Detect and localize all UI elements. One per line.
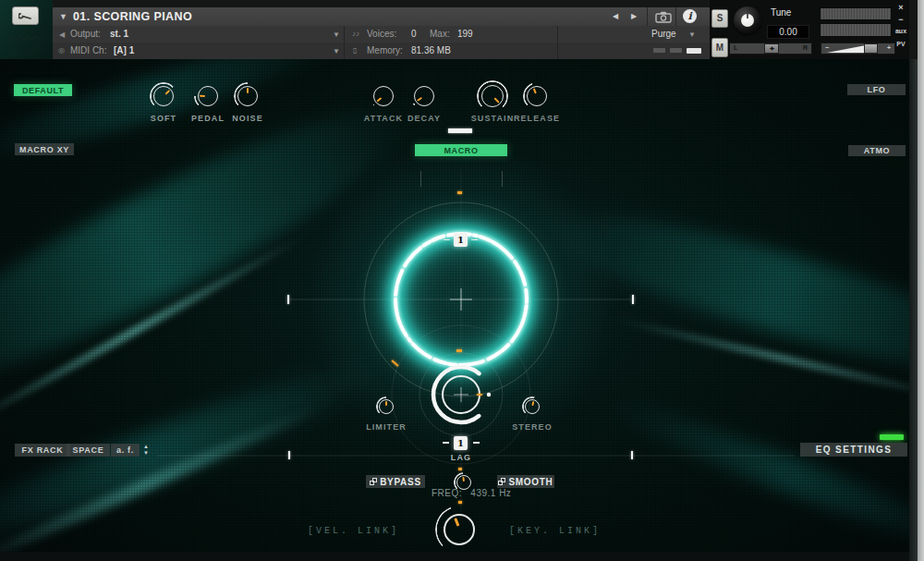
orange-marker — [456, 349, 462, 352]
separator — [675, 7, 676, 26]
snapshot-camera-button[interactable] — [655, 10, 672, 27]
freq-label: FREQ: — [432, 488, 462, 498]
space-step-up-icon[interactable]: ▲ — [143, 445, 149, 449]
freq-readout: FREQ: 439.1 Hz — [432, 488, 511, 498]
title-dropdown-icon[interactable]: ▼ — [59, 11, 67, 22]
separator — [344, 26, 345, 43]
key-link-toggle[interactable]: [KEY. LINK] — [509, 526, 601, 536]
lag-label: LAG — [429, 453, 493, 462]
space-button[interactable]: SPACE — [67, 444, 110, 457]
axis-tick — [632, 295, 634, 304]
volume-slider[interactable]: − + — [821, 43, 895, 55]
separator — [557, 26, 558, 43]
max-value: 199 — [457, 29, 473, 39]
space-step-down-icon[interactable]: ▼ — [143, 451, 149, 456]
aux-button[interactable]: aux — [893, 28, 909, 34]
macro-xy-button[interactable]: MACRO XY — [15, 143, 74, 155]
tune-knob[interactable] — [734, 6, 761, 34]
orange-marker — [477, 394, 482, 396]
separator — [557, 43, 558, 59]
volume-handle[interactable] — [864, 43, 878, 54]
stereo-knob[interactable] — [522, 396, 542, 417]
midi-value: [A] 1 — [114, 45, 134, 55]
guide-tick — [502, 171, 503, 187]
tune-value[interactable]: 0.00 — [767, 25, 809, 39]
axis-tick — [288, 451, 290, 459]
orange-marker — [457, 191, 462, 194]
next-instrument-icon[interactable]: ▶ — [631, 12, 637, 20]
close-icon[interactable]: × — [893, 3, 909, 12]
sustain-knob[interactable] — [477, 80, 508, 112]
pan-slider[interactable]: L R ◂|▸ — [729, 43, 812, 55]
guide-tick — [420, 171, 421, 187]
instrument-titlebar[interactable]: ▼ 01. SCORING PIANO ◀ ▶ i — [53, 7, 710, 27]
prev-instrument-icon[interactable]: ◀ — [613, 12, 618, 20]
xy-ring-handle[interactable]: 1 — [454, 233, 468, 247]
default-button[interactable]: DEFAULT — [14, 84, 72, 96]
limiter-knob[interactable] — [376, 396, 396, 417]
noise-knob[interactable] — [234, 82, 261, 110]
bypass-button[interactable]: BYPASS — [366, 475, 425, 488]
master-section: S M Tune 0.00 L R ◂|▸ − + × − au — [710, 0, 909, 59]
macro-knob[interactable] — [443, 367, 480, 422]
midi-dropdown-icon[interactable]: ▼ — [333, 47, 340, 55]
stereo-label: STEREO — [500, 422, 565, 432]
pv-button[interactable]: PV — [893, 41, 909, 47]
axis-tick — [631, 451, 633, 459]
lfo-button[interactable]: LFO — [847, 84, 906, 95]
view-size-large-button[interactable] — [687, 48, 701, 54]
output-row: ◀ Output: st. 1 ▼ ♪♪ Voices: 0 Max: 199 … — [53, 26, 710, 43]
eq-settings-button[interactable]: EQ SETTINGS — [800, 443, 907, 457]
handle-dash — [473, 442, 480, 444]
purge-button[interactable]: Purge — [651, 29, 676, 39]
smooth-button[interactable]: SMOOTH — [497, 475, 554, 488]
bypass-icon — [370, 477, 377, 487]
af-button[interactable]: a. f. — [111, 444, 140, 457]
vel-link-toggle[interactable]: [VEL. LINK] — [308, 526, 399, 536]
view-size-small-button[interactable] — [653, 48, 665, 53]
release-knob[interactable] — [523, 82, 551, 110]
pedal-knob[interactable] — [194, 82, 222, 110]
smooth-label: SMOOTH — [508, 477, 553, 487]
solo-button[interactable]: S — [711, 9, 728, 28]
atmo-button[interactable]: ATMO — [848, 145, 906, 156]
bypass-label: BYPASS — [380, 477, 421, 487]
macro-button[interactable]: MACRO — [415, 144, 507, 156]
minimize-icon[interactable]: − — [893, 15, 909, 24]
output-icon: ◀ — [59, 30, 65, 39]
voices-icon: ♪♪ — [352, 30, 359, 38]
soft-knob[interactable] — [150, 82, 177, 110]
edit-wrench-button[interactable] — [12, 6, 39, 25]
tune-knob-notch — [747, 14, 748, 18]
smooth-icon — [498, 477, 505, 487]
axis-tick — [287, 295, 289, 304]
mute-button[interactable]: M — [711, 38, 728, 57]
release-label: RELEASE — [505, 114, 569, 123]
eq-led — [880, 434, 904, 440]
decay-knob[interactable] — [410, 82, 438, 110]
info-button[interactable]: i — [683, 9, 697, 23]
os-window-edge — [918, 0, 924, 561]
output-label: Output: — [70, 29, 101, 39]
attack-knob[interactable] — [370, 82, 397, 110]
memory-label: Memory: — [367, 45, 403, 55]
freq-value: 439.1 Hz — [470, 488, 511, 498]
memory-value: 81.36 MB — [411, 45, 451, 55]
output-dropdown-icon[interactable]: ▼ — [333, 30, 340, 39]
bottom-edge — [0, 552, 918, 561]
fx-rack-button[interactable]: FX RACK — [15, 444, 70, 457]
view-size-medium-button[interactable] — [670, 48, 682, 53]
lag-fader-handle[interactable]: 1 — [454, 436, 468, 450]
pan-right-label: R — [803, 44, 808, 51]
pan-handle[interactable]: ◂|▸ — [764, 43, 779, 54]
volume-plus-label: + — [887, 44, 891, 51]
purge-dropdown-icon[interactable]: ▼ — [688, 30, 696, 39]
master-macro-knob[interactable] — [435, 506, 483, 554]
instrument-title: 01. SCORING PIANO — [73, 10, 192, 23]
handle-dash — [444, 239, 450, 240]
kontakt-window: ▼ 01. SCORING PIANO ◀ ▶ i ◀ Output: st. … — [0, 0, 918, 561]
decay-label: DECAY — [392, 114, 456, 123]
noise-label: NOISE — [215, 114, 280, 123]
sustain-indicator-bar — [448, 128, 472, 133]
right-edge — [909, 59, 918, 561]
